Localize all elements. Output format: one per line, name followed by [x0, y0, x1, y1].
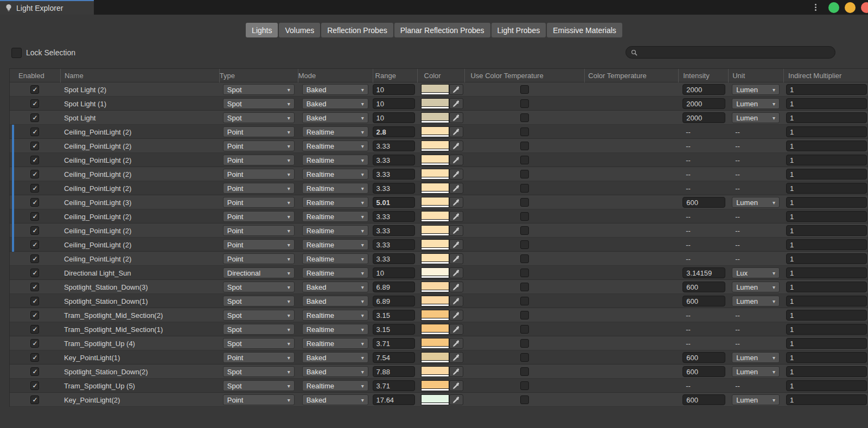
- type-dropdown[interactable]: Point▾: [223, 211, 295, 222]
- use-color-temp-checkbox[interactable]: [520, 297, 529, 305]
- use-color-temp-checkbox[interactable]: [520, 353, 529, 362]
- use-color-temp-checkbox[interactable]: [520, 99, 529, 108]
- unit-dropdown[interactable]: Lux▾: [732, 267, 780, 278]
- intensity-field[interactable]: 600: [682, 296, 725, 306]
- table-row[interactable]: ✓ Spotlight_Station_Down(3) Spot▾ Baked▾…: [10, 280, 868, 294]
- table-row[interactable]: ✓ Tram_Spotlight_Up (5) Spot▾ Realtime▾ …: [10, 379, 868, 393]
- enabled-checkbox[interactable]: ✓: [30, 395, 39, 404]
- eyedropper-button[interactable]: [449, 126, 463, 137]
- type-dropdown[interactable]: Spot▾: [223, 98, 295, 109]
- indirect-multiplier-field[interactable]: 1: [786, 282, 867, 292]
- range-field[interactable]: 3.71: [373, 380, 415, 391]
- eyedropper-button[interactable]: [449, 98, 463, 109]
- table-row[interactable]: ✓ Ceiling_PointLight (2) Point▾ Realtime…: [10, 252, 868, 266]
- range-field[interactable]: 10: [373, 84, 415, 95]
- use-color-temp-checkbox[interactable]: [520, 367, 529, 376]
- unit-dropdown[interactable]: Lumen▾: [732, 84, 780, 95]
- mode-dropdown[interactable]: Realtime▾: [302, 140, 368, 151]
- window-tab-light-explorer[interactable]: Light Explorer: [0, 0, 94, 15]
- eyedropper-button[interactable]: [449, 352, 463, 363]
- range-field[interactable]: 3.33: [373, 211, 415, 222]
- search-input[interactable]: [641, 47, 835, 58]
- color-swatch[interactable]: [421, 352, 449, 363]
- use-color-temp-checkbox[interactable]: [520, 254, 529, 263]
- enabled-checkbox[interactable]: ✓: [30, 325, 39, 334]
- type-dropdown[interactable]: Spot▾: [223, 338, 295, 349]
- mode-dropdown[interactable]: Realtime▾: [302, 225, 368, 236]
- unit-dropdown[interactable]: Lumen▾: [732, 112, 780, 123]
- eyedropper-button[interactable]: [449, 394, 463, 405]
- range-field[interactable]: 17.64: [373, 394, 415, 405]
- color-swatch[interactable]: [421, 98, 449, 109]
- color-swatch[interactable]: [421, 183, 449, 194]
- intensity-field[interactable]: 600: [682, 352, 725, 363]
- color-swatch[interactable]: [421, 253, 449, 264]
- color-swatch[interactable]: [421, 338, 449, 349]
- table-row[interactable]: ✓ Spot Light Spot▾ Baked▾ 10 2000: [10, 111, 868, 125]
- unit-dropdown[interactable]: Lumen▾: [732, 282, 780, 292]
- range-field[interactable]: 5.01: [373, 197, 415, 208]
- eyedropper-button[interactable]: [449, 324, 463, 335]
- use-color-temp-checkbox[interactable]: [520, 226, 529, 235]
- unit-dropdown[interactable]: Lumen▾: [732, 394, 780, 405]
- window-control-yellow[interactable]: [845, 2, 856, 13]
- mode-dropdown[interactable]: Baked▾: [302, 282, 368, 292]
- mode-dropdown[interactable]: Realtime▾: [302, 197, 368, 208]
- mode-dropdown[interactable]: Baked▾: [302, 366, 368, 377]
- use-color-temp-checkbox[interactable]: [520, 85, 529, 94]
- enabled-checkbox[interactable]: ✓: [30, 99, 39, 108]
- color-swatch[interactable]: [421, 282, 449, 292]
- type-dropdown[interactable]: Point▾: [223, 253, 295, 264]
- type-dropdown[interactable]: Spot▾: [223, 310, 295, 321]
- type-dropdown[interactable]: Spot▾: [223, 296, 295, 306]
- indirect-multiplier-field[interactable]: 1: [786, 338, 867, 349]
- lock-selection-checkbox[interactable]: [11, 48, 22, 58]
- color-swatch[interactable]: [421, 126, 449, 137]
- unit-dropdown[interactable]: Lumen▾: [732, 98, 780, 109]
- unit-dropdown[interactable]: Lumen▾: [732, 366, 780, 377]
- type-dropdown[interactable]: Point▾: [223, 169, 295, 180]
- intensity-field[interactable]: 2000: [682, 84, 725, 95]
- eyedropper-button[interactable]: [449, 380, 463, 391]
- range-field[interactable]: 6.89: [373, 282, 415, 292]
- type-dropdown[interactable]: Spot▾: [223, 282, 295, 292]
- range-field[interactable]: 3.33: [373, 140, 415, 151]
- eyedropper-button[interactable]: [449, 296, 463, 306]
- table-row[interactable]: ✓ Key_PointLight(2) Point▾ Baked▾ 17.64: [10, 393, 868, 407]
- window-control-red[interactable]: [861, 2, 868, 13]
- mode-dropdown[interactable]: Baked▾: [302, 352, 368, 363]
- mode-dropdown[interactable]: Baked▾: [302, 296, 368, 306]
- enabled-checkbox[interactable]: ✓: [30, 339, 39, 348]
- enabled-checkbox[interactable]: ✓: [30, 226, 39, 235]
- type-dropdown[interactable]: Point▾: [223, 126, 295, 137]
- type-dropdown[interactable]: Spot▾: [223, 112, 295, 123]
- color-swatch[interactable]: [421, 296, 449, 306]
- tab-planar-reflection-probes[interactable]: Planar Reflection Probes: [394, 23, 490, 37]
- use-color-temp-checkbox[interactable]: [520, 283, 529, 291]
- use-color-temp-checkbox[interactable]: [520, 184, 529, 193]
- eyedropper-button[interactable]: [449, 155, 463, 165]
- eyedropper-button[interactable]: [449, 253, 463, 264]
- type-dropdown[interactable]: Point▾: [223, 155, 295, 165]
- enabled-checkbox[interactable]: ✓: [30, 254, 39, 263]
- mode-dropdown[interactable]: Realtime▾: [302, 211, 368, 222]
- table-row[interactable]: ✓ Ceiling_PointLight (2) Point▾ Realtime…: [10, 167, 868, 181]
- range-field[interactable]: 3.33: [373, 225, 415, 236]
- eyedropper-button[interactable]: [449, 366, 463, 377]
- eyedropper-button[interactable]: [449, 239, 463, 250]
- tab-volumes[interactable]: Volumes: [279, 23, 320, 37]
- type-dropdown[interactable]: Point▾: [223, 225, 295, 236]
- mode-dropdown[interactable]: Baked▾: [302, 98, 368, 109]
- mode-dropdown[interactable]: Realtime▾: [302, 183, 368, 194]
- table-row[interactable]: ✓ Spot Light (2) Spot▾ Baked▾ 10 2000: [10, 82, 868, 97]
- color-swatch[interactable]: [421, 112, 449, 123]
- indirect-multiplier-field[interactable]: 1: [786, 380, 867, 391]
- range-field[interactable]: 3.15: [373, 310, 415, 321]
- color-swatch[interactable]: [421, 366, 449, 377]
- table-row[interactable]: ✓ Spotlight_Station_Down(1) Spot▾ Baked▾…: [10, 294, 868, 308]
- range-field[interactable]: 3.33: [373, 239, 415, 250]
- intensity-field[interactable]: 600: [682, 197, 725, 208]
- type-dropdown[interactable]: Point▾: [223, 352, 295, 363]
- table-row[interactable]: ✓ Tram_Spotlight_Mid_Section(1) Spot▾ Re…: [10, 322, 868, 336]
- indirect-multiplier-field[interactable]: 1: [786, 155, 867, 165]
